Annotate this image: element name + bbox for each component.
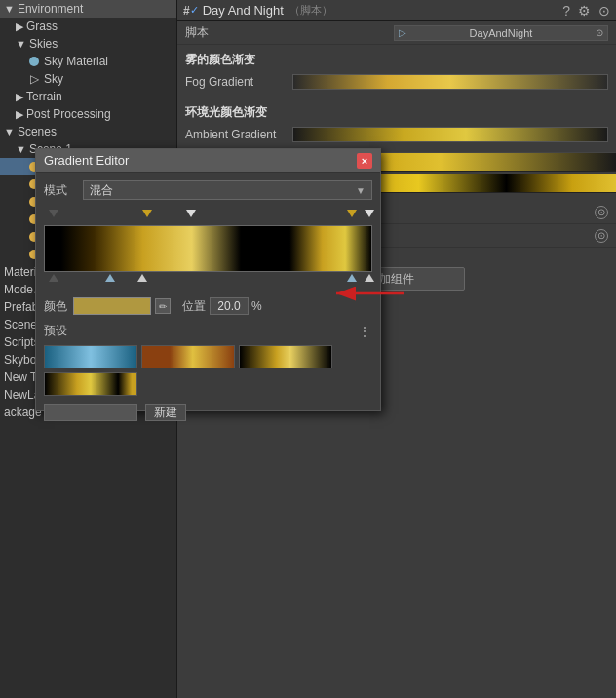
stops-bottom [44,274,372,290]
script-label: 脚本 [185,24,209,41]
sidebar-item-grass[interactable]: ▶ Grass [0,18,176,35]
gradient-container [44,208,372,290]
stop-triangle [347,210,357,217]
check-icon[interactable]: ✓ [190,4,199,17]
stop-triangle [186,210,196,217]
sidebar-item-label: Scenes [18,125,57,138]
fog-label: Fog Gradient [185,75,292,89]
sidebar-item-label: Environment [18,2,83,16]
chevron-down-icon: ▼ [356,185,366,196]
sidebar-item-label: Skies [29,37,58,51]
fog-field-row: Fog Gradient [185,72,608,92]
color-label: 颜色 [44,298,67,315]
stop-triangle-up [137,274,147,282]
folder-icon: ▶ [16,91,23,102]
position-label: 位置 [182,298,206,315]
mode-dropdown[interactable]: 混合 ▼ [83,180,372,200]
sidebar-item-sky-material[interactable]: Sky Material [0,53,176,70]
stop-bottom-0[interactable] [48,274,59,288]
stop-marker-3[interactable] [346,210,358,223]
preset-item-1[interactable] [44,345,137,368]
gradient-editor-titlebar[interactable]: Gradient Editor × [36,149,380,173]
gradient-editor-close-button[interactable]: × [357,153,372,169]
stop-triangle-up [105,274,115,282]
sidebar-item-sky[interactable]: ▷ Sky [0,70,176,88]
gradient-editor-dialog: Gradient Editor × 模式 混合 ▼ [35,148,381,411]
script-text: DayAndNight [470,27,533,39]
sidebar-item-post-processing[interactable]: ▶ Post Processing [0,105,176,123]
stop-marker-0[interactable] [48,210,59,223]
script-value[interactable]: ▷ DayAndNight ⊙ [394,25,608,41]
new-swatch [44,404,137,421]
folder-icon: ▼ [16,38,26,50]
folder-icon: ▶ [16,20,23,32]
gradient-editor-title: Gradient Editor [44,153,357,168]
new-row: 新建 [44,404,372,421]
ambient-gradient-bar[interactable] [292,127,608,142]
gradient-editor-body: 模式 混合 ▼ [36,173,380,429]
stop-triangle [142,210,152,217]
fog-title-row: 雾的颜色渐变 [185,51,608,70]
ambient-field-row: Ambient Gradient [185,125,608,144]
subtitle: （脚本） [289,3,332,18]
position-value[interactable]: 20.0 [210,297,249,315]
stop-triangle [365,210,374,217]
sidebar-item-label: Sky [44,72,63,86]
new-button[interactable]: 新建 [145,404,186,421]
fog-gradient-bar[interactable] [292,74,608,90]
color-position-row: 颜色 ✏ 位置 20.0 % [44,297,372,315]
presets-label: 预设 [44,323,357,339]
fog-section: 雾的颜色渐变 Fog Gradient [177,45,616,97]
sidebar-item-terrain[interactable]: ▶ Terrain [0,88,176,105]
item-icon: ▷ [27,72,41,86]
mode-label: 模式 [44,182,83,199]
ambient-title-row: 环境光颜色渐变 [185,103,608,123]
presets-menu-button[interactable]: ⋮ [357,324,372,339]
hash-icon: # [183,4,190,18]
lock-button[interactable]: ⊙ [598,3,610,19]
sidebar-item-environment[interactable]: ▼ Environment [0,0,176,18]
ambient-label: Ambient Gradient [185,128,292,141]
page-title: Day And Night [203,3,284,18]
stop-bottom-1[interactable] [104,274,116,288]
top-bar-right: ? ⚙ ⊙ [562,3,610,19]
stop-triangle-up [49,274,58,282]
script-dot: ▷ [399,27,406,38]
presets-row: 预设 ⋮ [44,323,372,339]
stop-triangle [49,210,58,217]
stop-triangle-up [365,274,374,282]
top-bar: # ✓ Day And Night （脚本） ? ⚙ ⊙ [177,0,616,21]
script-row: 脚本 ▷ DayAndNight ⊙ [177,21,616,45]
preset-item-3[interactable] [239,345,332,368]
preset-item-4[interactable] [44,372,137,396]
color-swatch[interactable] [73,297,151,315]
stop-marker-4[interactable] [364,210,375,223]
folder-icon: ▼ [4,3,15,15]
eyedropper-button[interactable]: ✏ [155,298,171,314]
component-menu-icon[interactable]: ⊙ [595,229,608,243]
circle-icon [27,55,41,68]
stop-marker-1[interactable] [141,210,153,223]
sidebar-item-skies[interactable]: ▼ Skies [0,35,176,53]
stop-bottom-2[interactable] [136,274,148,288]
sidebar-item-label: Sky Material [44,55,108,68]
ambient-title: 环境光颜色渐变 [185,104,267,121]
settings-button[interactable]: ⚙ [578,3,591,19]
stops-top [44,208,372,223]
mode-value: 混合 [90,182,113,199]
position-unit: % [251,299,262,313]
stop-bottom-4[interactable] [364,274,375,288]
stop-marker-2[interactable] [185,210,197,223]
sidebar-item-label: Post Processing [26,107,111,121]
component-menu-icon[interactable]: ⊙ [595,206,608,219]
sidebar-item-scenes[interactable]: ▼ Scenes [0,123,176,140]
preset-item-2[interactable] [141,345,235,368]
stop-bottom-3[interactable] [346,274,358,288]
presets-grid [44,345,372,396]
mode-row: 模式 混合 ▼ [44,180,372,200]
sidebar-item-label: Grass [26,19,58,33]
folder-icon: ▼ [16,143,26,155]
help-button[interactable]: ? [562,3,570,19]
add-component-label: 加组件 [379,271,414,288]
gradient-preview-bar[interactable] [44,225,372,272]
